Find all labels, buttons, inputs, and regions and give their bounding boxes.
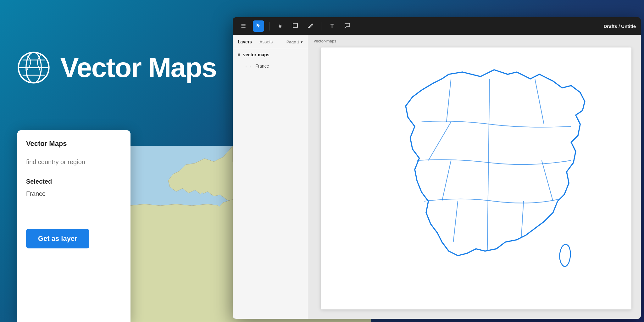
hero-title: Vector Maps	[60, 52, 216, 84]
layers-panel: Layers Assets Page 1 ▾ # vector-maps ⋮⋮ …	[233, 35, 308, 319]
frame-button[interactable]: #	[275, 20, 286, 32]
search-input[interactable]	[26, 155, 122, 169]
comment-button[interactable]	[341, 20, 353, 32]
pen-icon	[308, 23, 313, 30]
shape-icon	[292, 23, 298, 30]
plugin-title: Vector Maps	[26, 140, 122, 148]
tab-layers[interactable]: Layers	[238, 39, 252, 44]
figma-window: ☰ #	[233, 17, 641, 319]
layers-header: Layers Assets Page 1 ▾	[233, 35, 308, 49]
frame-layer-icon: #	[238, 53, 240, 57]
figma-canvas: vector-maps	[308, 35, 641, 319]
france-map-svg	[336, 61, 616, 297]
breadcrumb: Drafts / Untitle	[603, 24, 636, 29]
selected-label: Selected	[26, 178, 122, 185]
layer-name-france: France	[255, 64, 269, 69]
shape-button[interactable]	[290, 20, 301, 32]
globe-icon	[16, 50, 51, 85]
cursor-icon	[256, 23, 261, 30]
chevron-down-icon: ▾	[301, 40, 303, 44]
separator-1	[269, 22, 269, 31]
svg-point-28	[312, 24, 313, 25]
menu-button[interactable]: ☰	[238, 20, 249, 32]
selected-country: France	[26, 190, 122, 197]
page-label: Page 1	[286, 40, 299, 44]
pen-button[interactable]	[305, 20, 316, 32]
breadcrumb-page: Untitle	[621, 24, 636, 29]
page-selector[interactable]: Page 1 ▾	[286, 40, 303, 44]
component-layer-icon: ⋮⋮	[244, 64, 252, 69]
breadcrumb-base: Drafts /	[603, 24, 621, 29]
canvas-label: vector-maps	[314, 39, 336, 43]
tab-assets[interactable]: Assets	[259, 39, 273, 44]
figma-body: Layers Assets Page 1 ▾ # vector-maps ⋮⋮ …	[233, 35, 641, 319]
layer-france[interactable]: ⋮⋮ France	[233, 60, 308, 72]
plugin-panel: Vector Maps Selected France Get as layer	[17, 130, 130, 322]
layer-vector-maps[interactable]: # vector-maps	[233, 49, 308, 60]
svg-rect-27	[293, 23, 297, 28]
menu-icon: ☰	[241, 23, 246, 30]
canvas-frame	[321, 47, 631, 309]
hero-section: Vector Maps	[0, 0, 233, 135]
layer-name-vector-maps: vector-maps	[243, 52, 269, 57]
frame-icon: #	[279, 23, 282, 29]
figma-toolbar: ☰ #	[233, 17, 641, 35]
comment-icon	[344, 22, 350, 30]
text-button[interactable]: T	[326, 20, 338, 32]
cursor-button[interactable]	[253, 20, 264, 32]
get-as-layer-button[interactable]: Get as layer	[26, 229, 89, 248]
text-icon: T	[330, 23, 334, 29]
separator-2	[321, 22, 321, 31]
